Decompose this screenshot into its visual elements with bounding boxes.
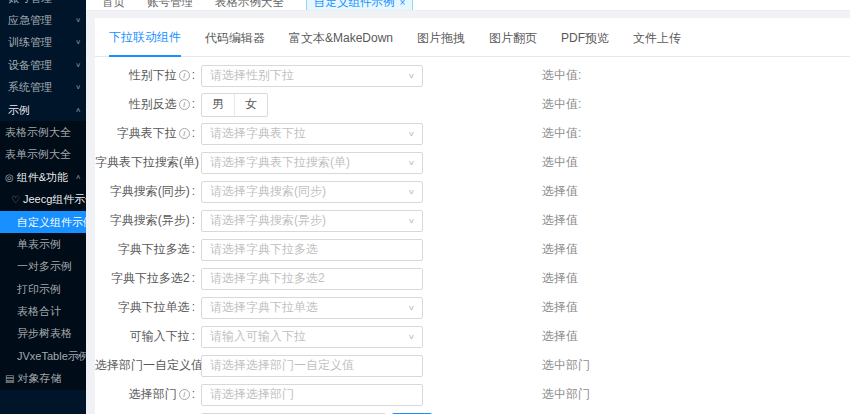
selected-value-label: 选中值:: [542, 90, 581, 119]
dict-search-async-select[interactable]: 请选择字典搜索(异步)∨: [201, 210, 423, 232]
select-placeholder: 请选择字典下拉单选: [210, 299, 318, 316]
info-icon: i: [179, 99, 190, 110]
sidebar-item-device[interactable]: 设备管理 ∨: [0, 54, 86, 76]
chevron-down-icon: ∨: [75, 78, 81, 96]
field-label: 性别下拉i: [95, 67, 195, 84]
close-icon[interactable]: ×: [400, 0, 406, 8]
field-label: 可输入下拉: [95, 328, 195, 345]
chevron-down-icon: ∨: [408, 187, 415, 195]
info-icon: i: [179, 128, 190, 139]
tab-pdf-preview[interactable]: PDF预览: [561, 30, 609, 56]
sidebar-item-label: 示例: [8, 104, 30, 116]
form-row: 字典下拉单选 请选择字典下拉单选∨ 选择值: [95, 293, 850, 322]
gender-select[interactable]: 请选择性别下拉∨: [201, 65, 423, 87]
field-label-text: 字典表下拉搜索(单): [95, 155, 199, 169]
editable-select[interactable]: 请输入可输入下拉∨: [201, 326, 423, 348]
field-label-text: 字典搜索(同步): [110, 184, 190, 198]
tab-label: 自定义组件示例: [314, 0, 395, 8]
tab-select-linkage[interactable]: 下拉联动组件: [109, 29, 181, 57]
dict-table-select[interactable]: 请选择字典表下拉∨: [201, 123, 423, 145]
form-row: 字典表下拉i 请选择字典表下拉∨ 选中值:: [95, 119, 850, 148]
form-row: 选择部门i 请选择选择部门 选中部门: [95, 380, 850, 409]
sidebar-item-examples[interactable]: 示例 ∧: [0, 99, 86, 121]
label-colon: [190, 184, 195, 198]
sidebar-item-label: 账号管理: [8, 0, 86, 9]
tab-richtext-markdown[interactable]: 富文本&MakeDown: [289, 30, 393, 56]
select-placeholder: 请选择字典搜索(同步): [210, 183, 326, 200]
form-row: 字典搜索(同步) 请选择字典搜索(同步)∨ 选择值: [95, 177, 850, 206]
dict-single-select[interactable]: 请选择字典下拉单选∨: [201, 297, 423, 319]
selected-dept-label: 选中部门: [542, 351, 590, 380]
dept-select-input[interactable]: 请选择选择部门: [201, 384, 423, 406]
form-row: 字典下拉多选2 请选择字典下拉多选2 选择值: [95, 264, 850, 293]
label-colon: [190, 300, 195, 314]
sidebar-item-print[interactable]: 打印示例: [0, 278, 86, 300]
tab-image-drag[interactable]: 图片拖拽: [417, 30, 465, 56]
info-icon: i: [179, 70, 190, 81]
label-colon: [190, 213, 195, 227]
radio-male[interactable]: 男: [202, 94, 234, 116]
label-colon: [190, 97, 195, 111]
tab-home[interactable]: 首页: [102, 0, 125, 10]
dict-multiselect-2[interactable]: 请选择字典下拉多选2: [201, 268, 423, 290]
tab-image-flip[interactable]: 图片翻页: [489, 30, 537, 56]
sidebar-item-label: 表单示例大全: [5, 148, 71, 160]
tab-custom-components[interactable]: 自定义组件示例×: [306, 0, 413, 11]
top-tabbar: 首页 账号管理 表格示例大全 自定义组件示例×: [86, 0, 850, 11]
dict-search-sync-select[interactable]: 请选择字典搜索(同步)∨: [201, 181, 423, 203]
sidebar-item-custom-components[interactable]: 自定义组件示例: [0, 211, 86, 233]
field-label-text: 字典下拉单选: [118, 300, 190, 314]
form-row: 可输入下拉 请输入可输入下拉∨ 选择值: [95, 322, 850, 351]
field-label-text: 字典下拉多选: [118, 242, 190, 256]
selected-value-label: 选择值: [542, 264, 578, 293]
sidebar-item-label: 一对多示例: [17, 260, 72, 272]
gender-radio-group: 男 女: [201, 93, 268, 117]
sidebar-item-label: 表格示例大全: [5, 126, 71, 138]
sidebar-item-async-tree[interactable]: 异步树表格: [0, 322, 86, 344]
sidebar-item-jvxetable[interactable]: JVxeTable示例 ∨: [0, 345, 86, 367]
sidebar-item-table-examples[interactable]: 表格示例大全: [0, 121, 86, 143]
select-placeholder: 请选择字典下拉多选: [210, 241, 318, 258]
sidebar-item-label: 异步树表格: [17, 327, 72, 339]
chevron-up-icon: ∧: [75, 101, 81, 119]
dict-multiselect[interactable]: 请选择字典下拉多选: [201, 239, 423, 261]
sidebar-item-one-to-many[interactable]: 一对多示例: [0, 255, 86, 277]
sidebar-item-table-sum[interactable]: 表格合计: [0, 300, 86, 322]
selected-value-label: 选中值:: [542, 119, 581, 148]
tab-table-examples[interactable]: 表格示例大全: [215, 0, 284, 10]
selected-user-label: 选中用户: [542, 409, 590, 414]
sidebar-item-single-table[interactable]: 单表示例: [0, 233, 86, 255]
tab-account[interactable]: 账号管理: [147, 0, 193, 10]
selected-value-label: 选中值:: [542, 61, 581, 90]
field-label: 字典搜索(同步): [95, 183, 195, 200]
field-label: 字典下拉多选2: [95, 270, 195, 287]
sidebar-item-label: 自定义组件示例: [17, 216, 86, 228]
sidebar-item-label: 打印示例: [17, 283, 61, 295]
dept-custom-value-input[interactable]: 请选择选择部门一自定义值: [201, 355, 423, 377]
dict-search-single-select[interactable]: 请选择字典表下拉搜索(单)∨: [201, 152, 423, 174]
chevron-down-icon: ∨: [408, 216, 415, 224]
field-label: 选择部门一自定义值i: [95, 357, 195, 374]
sidebar-item-label: 应急管理: [8, 14, 52, 26]
sidebar-item-system[interactable]: 系统管理 ∨: [0, 76, 86, 98]
sidebar-item-emergency[interactable]: 应急管理 ∨: [0, 9, 86, 31]
selected-dept-label: 选中部门: [542, 380, 590, 409]
content-card: 下拉联动组件 代码编辑器 富文本&MakeDown 图片拖拽 图片翻页 PDF预…: [95, 18, 850, 414]
select-placeholder: 请选择字典表下拉搜索(单): [210, 154, 350, 171]
radio-female[interactable]: 女: [234, 94, 267, 116]
sidebar-item-partial[interactable]: 账号管理: [0, 0, 86, 9]
field-label: 字典表下拉搜索(单)i: [95, 154, 195, 171]
sidebar-item-components[interactable]: ◎组件&功能 ∧: [0, 166, 86, 188]
selected-value-label: 选中值: [542, 148, 578, 177]
sidebar: 账号管理 应急管理 ∨ 训练管理 ∨ 设备管理 ∨ 系统管理 ∨ 示例 ∧ 表格…: [0, 0, 86, 414]
tab-file-upload[interactable]: 文件上传: [633, 30, 681, 56]
sidebar-item-label: 系统管理: [8, 81, 52, 93]
sidebar-item-object-storage[interactable]: ▤对象存储: [0, 367, 86, 389]
sidebar-item-jeecg-components[interactable]: ♡Jeecg组件示例 ∧: [0, 188, 86, 210]
sidebar-item-form-examples[interactable]: 表单示例大全: [0, 143, 86, 165]
chevron-down-icon: ∨: [75, 34, 81, 52]
sidebar-item-training[interactable]: 训练管理 ∨: [0, 31, 86, 53]
selected-value-label: 选择值: [542, 293, 578, 322]
chevron-up-icon: ∧: [75, 190, 81, 208]
tab-code-editor[interactable]: 代码编辑器: [205, 30, 265, 56]
